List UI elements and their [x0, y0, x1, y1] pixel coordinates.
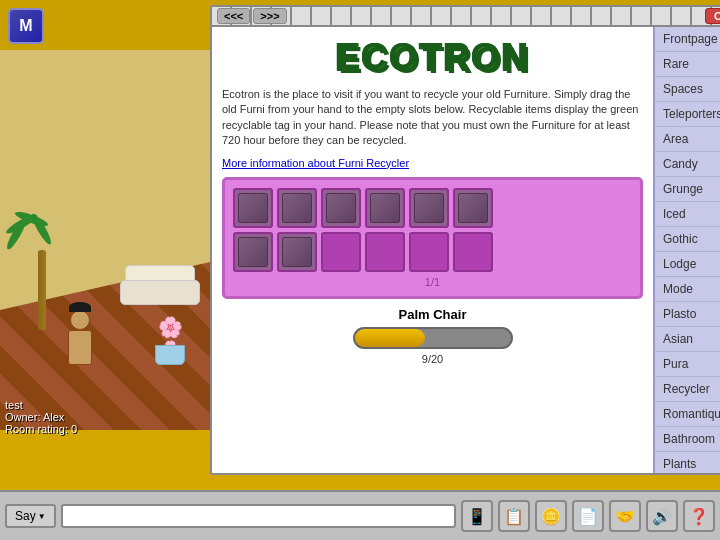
item-info: Palm Chair 9/20 — [222, 307, 643, 365]
flower-pot: 🌸🌸 — [150, 315, 190, 365]
recycler-link[interactable]: More information about Furni Recycler — [222, 157, 643, 169]
catalog-window: <<< >>> Close ECOTRON Ecotron is the pla… — [210, 5, 720, 475]
rating-info: Room rating: 0 — [5, 423, 77, 435]
recycler-row-top — [233, 188, 632, 228]
nav-buttons: <<< >>> — [217, 8, 287, 24]
say-label: Say — [15, 509, 36, 523]
palm-trunk — [38, 250, 46, 330]
progress-bar-fill — [355, 329, 425, 347]
ecotron-logo-text: ECOTRON — [336, 37, 530, 78]
sidebar-item-spaces[interactable]: Spaces — [655, 77, 720, 102]
owner-info: Owner: Alex — [5, 411, 77, 423]
sidebar-item-frontpage[interactable]: Frontpage — [655, 27, 720, 52]
recycler-slot-empty[interactable] — [365, 232, 405, 272]
ecotron-logo: ECOTRON — [222, 37, 643, 79]
recycler-slot[interactable] — [277, 188, 317, 228]
page-nav[interactable]: 1/1 — [233, 276, 632, 288]
sidebar-item-pura[interactable]: Pura — [655, 352, 720, 377]
item-count: 9/20 — [222, 353, 643, 365]
catalog-body: ECOTRON Ecotron is the place to visit if… — [212, 27, 720, 473]
phone-icon[interactable]: 📱 — [461, 500, 493, 532]
recycler-slot-empty[interactable] — [453, 232, 493, 272]
catalog-main: ECOTRON Ecotron is the place to visit if… — [212, 27, 653, 473]
recycler-slot[interactable] — [233, 232, 273, 272]
handshake-icon[interactable]: 🤝 — [609, 500, 641, 532]
recycler-row-bottom — [233, 232, 632, 272]
palm-leaf — [29, 212, 53, 246]
recycler-slot[interactable] — [321, 188, 361, 228]
recycler-grid: 1/1 — [222, 177, 643, 299]
recycler-slot[interactable] — [409, 188, 449, 228]
sidebar-item-candy[interactable]: Candy — [655, 152, 720, 177]
taskbar: Say ▼ 📱 📋 🪙 📄 🤝 🔊 ❓ — [0, 490, 720, 540]
avatar-head — [70, 310, 90, 330]
sidebar-item-rare[interactable]: Rare — [655, 52, 720, 77]
sidebar-item-plants[interactable]: Plants — [655, 452, 720, 473]
sidebar-item-area[interactable]: Area — [655, 127, 720, 152]
sofa-base — [120, 280, 200, 305]
m-icon[interactable]: M — [8, 8, 44, 44]
chat-input[interactable] — [61, 504, 456, 528]
recycler-slot[interactable] — [277, 232, 317, 272]
item-name: Palm Chair — [222, 307, 643, 322]
sidebar-item-recycler[interactable]: Recycler — [655, 377, 720, 402]
sidebar-item-grunge[interactable]: Grunge — [655, 177, 720, 202]
recycler-slot[interactable] — [453, 188, 493, 228]
catalog-description: Ecotron is the place to visit if you wan… — [222, 87, 643, 149]
status-bar: test Owner: Alex Room rating: 0 — [5, 399, 77, 435]
sidebar-item-lodge[interactable]: Lodge — [655, 252, 720, 277]
sidebar-item-gothic[interactable]: Gothic — [655, 227, 720, 252]
flower-pot-base — [155, 345, 185, 365]
avatar-body — [68, 330, 92, 365]
coins-icon[interactable]: 🪙 — [535, 500, 567, 532]
sofa — [120, 265, 200, 305]
sidebar-item-romantique[interactable]: Romantique — [655, 402, 720, 427]
say-button[interactable]: Say ▼ — [5, 504, 56, 528]
taskbar-icons: 📱 📋 🪙 📄 🤝 🔊 ❓ — [461, 500, 715, 532]
sidebar-item-bathroom[interactable]: Bathroom — [655, 427, 720, 452]
avatar — [65, 300, 95, 360]
palm-leaves — [0, 215, 59, 255]
say-arrow-icon: ▼ — [38, 512, 46, 521]
recycler-slot[interactable] — [233, 188, 273, 228]
recycler-slot-empty[interactable] — [409, 232, 449, 272]
sound-icon[interactable]: 🔊 — [646, 500, 678, 532]
sidebar-item-plasto[interactable]: Plasto — [655, 302, 720, 327]
next-button[interactable]: >>> — [253, 8, 286, 24]
room-name: test — [5, 399, 77, 411]
progress-bar-container — [353, 327, 513, 349]
recycler-slot[interactable] — [365, 188, 405, 228]
palm-tree — [25, 210, 59, 330]
catalog-icon[interactable]: 📋 — [498, 500, 530, 532]
close-button[interactable]: Close — [705, 8, 720, 24]
help-icon[interactable]: ❓ — [683, 500, 715, 532]
avatar-hair — [69, 302, 91, 312]
sidebar-item-asian[interactable]: Asian — [655, 327, 720, 352]
sidebar-item-iced[interactable]: Iced — [655, 202, 720, 227]
recycler-slot-empty[interactable] — [321, 232, 361, 272]
prev-button[interactable]: <<< — [217, 8, 250, 24]
catalog-sidebar: FrontpageRareSpacesTeleportersAreaCandyG… — [653, 27, 720, 473]
document-icon[interactable]: 📄 — [572, 500, 604, 532]
sidebar-item-mode[interactable]: Mode — [655, 277, 720, 302]
catalog-header: <<< >>> Close — [212, 7, 720, 27]
sidebar-item-teleporters[interactable]: Teleporters — [655, 102, 720, 127]
m-icon-label: M — [19, 17, 32, 35]
